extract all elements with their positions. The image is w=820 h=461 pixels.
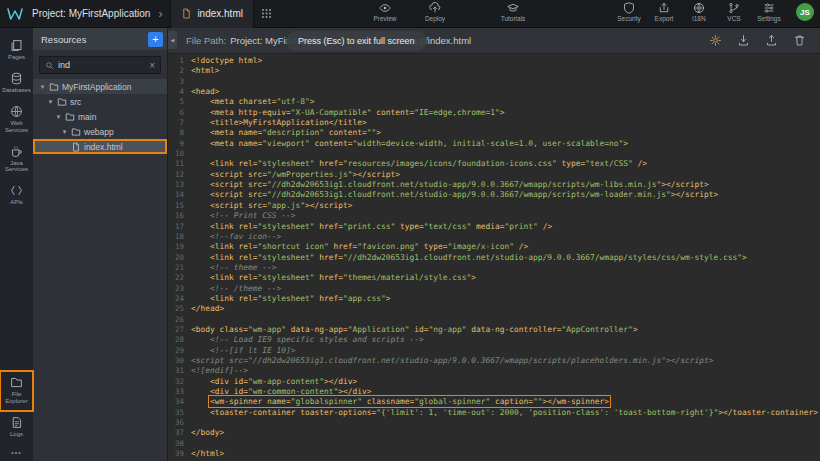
line-number: 34 (168, 397, 184, 407)
code-text: </html> (191, 449, 224, 459)
grid-menu-icon[interactable] (261, 8, 272, 19)
code-line[interactable]: 4<head> (168, 87, 820, 97)
code-line[interactable]: 19 <link rel="shortcut icon" href="favic… (168, 242, 820, 252)
code-line[interactable]: 3 (168, 77, 820, 87)
tree-item-label: MyFirstApplication (62, 82, 131, 92)
sidebar-item-file-explorer[interactable]: File Explorer (0, 371, 33, 411)
code-line[interactable]: 30<script src="//dh2dw20653ig1.cloudfron… (168, 356, 820, 366)
code-line[interactable]: 12 <script src="/wmProperties.js"></scri… (168, 170, 820, 180)
code-text: <link rel="stylesheet" href="resources/i… (191, 159, 647, 169)
code-text: <script src="//dh2dw20653ig1.cloudfront.… (191, 190, 718, 200)
line-number: 3 (168, 77, 184, 87)
export-button[interactable]: Export (651, 2, 677, 22)
code-line[interactable]: 15 <script src="app.js"></script> (168, 201, 820, 211)
code-line[interactable]: 23 <!-- /theme --> (168, 284, 820, 294)
fullscreen-exit-tooltip: Press (Esc) to exit full screen (286, 31, 427, 51)
i18n-button[interactable]: i18N (686, 2, 712, 22)
code-line[interactable]: 20 <link rel="stylesheet" href="//dh2dw2… (168, 253, 820, 263)
code-line[interactable]: 22 <link rel="stylesheet" href="themes/m… (168, 273, 820, 283)
code-line[interactable]: 38 (168, 439, 820, 449)
code-line[interactable]: 25</head> (168, 304, 820, 314)
code-line[interactable]: 10 (168, 149, 820, 159)
code-line[interactable]: 16 <!-- Print CSS --> (168, 211, 820, 221)
user-avatar[interactable]: JS (796, 3, 814, 21)
vcs-button[interactable]: VCS (721, 2, 747, 22)
wavemaker-logo-icon[interactable] (0, 0, 30, 28)
code-line[interactable]: 17 <link rel="stylesheet" href="print.cs… (168, 222, 820, 232)
caret-down-icon[interactable]: ▾ (55, 113, 62, 121)
caret-down-icon[interactable]: ▾ (47, 98, 54, 106)
line-number: 24 (168, 294, 184, 304)
code-line[interactable]: 26 (168, 315, 820, 325)
tree-item-main[interactable]: ▾ main (33, 109, 167, 124)
code-line[interactable]: 34 <wm-spinner name="globalspinner" clas… (168, 397, 820, 407)
code-line[interactable]: 29 <!--[if lt IE 10]> (168, 346, 820, 356)
annotation-box: <wm-spinner name="globalspinner" classna… (210, 397, 609, 406)
code-text: </head> (191, 304, 224, 314)
code-editor[interactable]: 1<!doctype html>2<html>34<head>5 <meta c… (168, 54, 820, 461)
deploy-button[interactable]: Deploy (422, 2, 448, 22)
code-line[interactable]: 8 <meta name="description" content=""> (168, 128, 820, 138)
sidebar-more-icon[interactable]: ••• (11, 444, 21, 458)
preview-button[interactable]: Preview (372, 2, 398, 22)
topbar: Project: MyFirstApplication › index.html… (0, 0, 820, 28)
sidebar-item-apis[interactable]: APIs (0, 179, 33, 212)
code-line[interactable]: 18 <!--fav icon--> (168, 232, 820, 242)
code-text: <head> (191, 87, 220, 97)
tree-item-project-folder[interactable]: ▾ MyFirstApplication (33, 79, 167, 94)
line-number: 5 (168, 97, 184, 107)
caret-down-icon[interactable]: ▾ (39, 83, 46, 91)
code-line[interactable]: 27<body class="wm-app" data-ng-app="Appl… (168, 325, 820, 335)
code-line[interactable]: 32 <div id="wm-app-content"></div> (168, 377, 820, 387)
code-line[interactable]: 7 <title>MyFirstApplication</title> (168, 118, 820, 128)
pages-icon (10, 39, 23, 52)
code-line[interactable]: 14 <script src="//dh2dw20653ig1.cloudfro… (168, 190, 820, 200)
upload-icon[interactable] (765, 34, 778, 47)
sidebar-item-databases[interactable]: Databases (0, 67, 33, 100)
deploy-cloud-up-icon (429, 2, 441, 14)
delete-trash-icon[interactable] (793, 34, 806, 47)
code-line[interactable]: 37</body> (168, 428, 820, 438)
line-number: 16 (168, 211, 184, 221)
tutorials-button[interactable]: Tutorials (500, 2, 526, 22)
code-text: <meta http-equiv="X-UA-Compatible" conte… (191, 108, 505, 118)
sidebar-item-java-services[interactable]: Java Services (0, 140, 33, 180)
sidebar-item-logs[interactable]: Logs (0, 411, 33, 444)
search-input[interactable] (58, 60, 145, 70)
code-line[interactable]: 35 <toaster-container toaster-options="{… (168, 408, 820, 418)
code-line[interactable]: 13 <script src="//dh2dw20653ig1.cloudfro… (168, 180, 820, 190)
code-line[interactable]: 5 <meta charset="utf-8"> (168, 97, 820, 107)
code-line[interactable]: 2<html> (168, 66, 820, 76)
export-icon (658, 2, 670, 14)
shield-icon (623, 2, 635, 14)
code-line[interactable]: 33 <div id="wm-common-content"></div> (168, 387, 820, 397)
code-line[interactable]: 31<![endif]--> (168, 366, 820, 376)
collapse-panel-button[interactable]: ◀ (168, 31, 177, 49)
add-resource-button[interactable]: + (148, 32, 163, 47)
code-line[interactable]: 21 <!-- theme --> (168, 263, 820, 273)
code-line[interactable]: 24 <link rel="stylesheet" href="app.css"… (168, 294, 820, 304)
line-number: 2 (168, 66, 184, 76)
code-line[interactable]: 9 <meta name="viewport" content="width=d… (168, 139, 820, 149)
clear-search-icon[interactable]: × (149, 60, 155, 71)
sidebar-item-web-services[interactable]: Web Services (0, 100, 33, 140)
code-line[interactable]: 28 <!-- Load IE9 specific styles and scr… (168, 335, 820, 345)
topbar-center-actions: Preview Deploy Tutorials (372, 2, 526, 22)
gear-icon[interactable] (709, 34, 722, 47)
code-line[interactable]: 1<!doctype html> (168, 56, 820, 66)
line-number: 29 (168, 346, 184, 356)
tree-item-webapp[interactable]: ▾ webapp (33, 124, 167, 139)
caret-down-icon[interactable]: ▾ (61, 128, 68, 136)
code-line[interactable]: 11 <link rel="stylesheet" href="resource… (168, 159, 820, 169)
tree-item-src[interactable]: ▾ src (33, 94, 167, 109)
download-icon[interactable] (737, 34, 750, 47)
settings-button[interactable]: Settings (756, 2, 782, 22)
code-line[interactable]: 39</html> (168, 449, 820, 459)
code-line[interactable]: 36 (168, 418, 820, 428)
security-button[interactable]: Security (616, 2, 642, 22)
globe-icon (693, 2, 705, 14)
tab-index-html[interactable]: index.html (170, 0, 254, 28)
sidebar-item-pages[interactable]: Pages (0, 34, 33, 67)
tree-item-index-html[interactable]: index.html (33, 139, 167, 154)
code-line[interactable]: 6 <meta http-equiv="X-UA-Compatible" con… (168, 108, 820, 118)
